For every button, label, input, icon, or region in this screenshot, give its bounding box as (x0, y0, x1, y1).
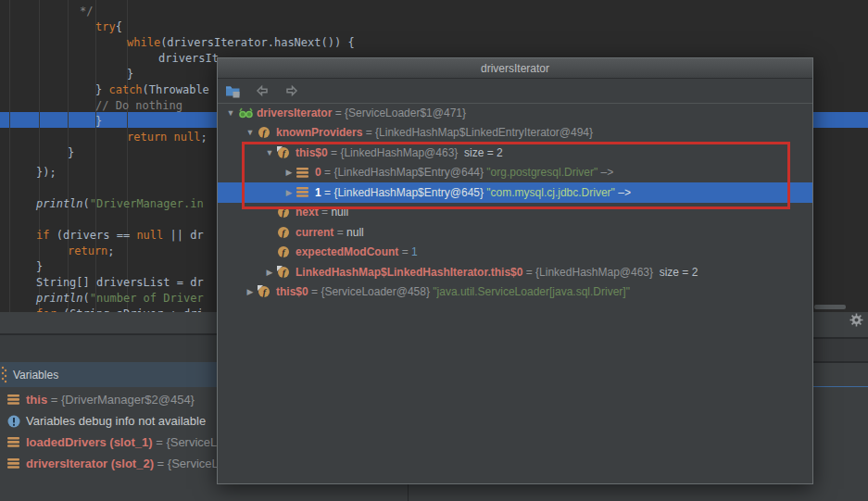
tree-row[interactable]: ▼fknownProviders = {LinkedHashMap$Linked… (218, 123, 812, 144)
indent-guide (95, 0, 96, 312)
code-line: } (95, 114, 102, 130)
code-line: } catch(Throwable (95, 82, 209, 98)
settings-gear-button[interactable] (849, 313, 864, 328)
text-segment: println (36, 292, 83, 305)
text-segment: ( (83, 197, 90, 210)
text-segment: {DriverManager$2@454} (61, 393, 195, 407)
text-segment: println (36, 197, 83, 210)
text-segment: = (47, 393, 61, 407)
text-segment: null (136, 229, 163, 242)
tree-row[interactable]: ▶fLinkedHashMap$LinkedHashIterator.this$… (218, 262, 812, 282)
tree-row[interactable]: ▶fthis$0 = {ServiceLoader@458} "java.uti… (218, 282, 812, 303)
collapse-arrow-icon[interactable]: ▼ (243, 128, 258, 137)
text-segment: = (522, 266, 535, 279)
text-segment: } (127, 68, 133, 81)
indent-spacer (218, 152, 262, 153)
code-line: } (68, 145, 74, 161)
text-segment: size = 2 (653, 266, 698, 279)
drag-grip-icon[interactable] (1, 365, 7, 385)
panel-divider[interactable] (408, 484, 409, 501)
tree-row[interactable]: ▼fthis$0 = {LinkedHashMap@463} size = 2 (218, 143, 812, 163)
indent-guide (9, 0, 10, 312)
text-segment: = (362, 126, 375, 139)
tree-row[interactable]: ▶0 = {LinkedHashMap$Entry@644} "org.post… (218, 163, 812, 183)
text-segment: (Throwable (143, 83, 209, 96)
text-segment: return (68, 244, 107, 257)
text-segment: = (398, 245, 411, 258)
text-segment: = (154, 457, 168, 470)
text-segment: null (346, 226, 364, 239)
debug-panel-strip-right (813, 339, 868, 361)
field-outer-icon: f (277, 146, 296, 159)
tree-row[interactable]: fnext = null (218, 203, 812, 223)
collapse-arrow-icon[interactable]: ▼ (262, 148, 277, 157)
text-segment: this$0 (296, 146, 328, 159)
navigate-back-button[interactable] (255, 81, 273, 100)
text-segment: "number of Driver (90, 292, 204, 305)
navigate-forward-icon (284, 84, 303, 97)
text-segment: –> (598, 166, 613, 179)
text-segment: (driversIterator.hasNext()) { (160, 36, 355, 49)
tree-row[interactable]: fcurrent = null (218, 222, 812, 243)
open-folder-button[interactable] (225, 81, 244, 100)
text-segment: = (321, 186, 334, 199)
field-outer-icon: f (258, 285, 276, 298)
indent-spacer (218, 192, 282, 193)
watch-icon (238, 106, 257, 119)
tree-row[interactable]: ▶1 = {LinkedHashMap$Entry@645} "com.mysq… (218, 182, 812, 203)
expand-arrow-icon[interactable]: ▶ (243, 287, 258, 296)
text-segment: } (95, 115, 102, 128)
variables-list: this = {DriverManager$2@454}Variables de… (0, 389, 217, 474)
info-icon (7, 415, 26, 428)
field-icon: f (258, 126, 276, 139)
tree-row[interactable]: fexpectedModCount = 1 (218, 243, 812, 263)
text-segment: = (333, 226, 346, 239)
navigate-forward-button[interactable] (284, 81, 303, 100)
text-segment: Variables debug info not available (26, 414, 206, 428)
code-line: } (127, 67, 133, 82)
text-segment: (drivers == (49, 229, 136, 242)
text-segment: driversIterator (slot_2) (26, 457, 154, 470)
expand-arrow-icon[interactable]: ▶ (262, 268, 277, 277)
expand-arrow-icon[interactable]: ▶ (282, 168, 296, 177)
text-segment: ; (200, 131, 207, 144)
text-segment: } (36, 260, 43, 273)
indent-spacer (218, 132, 243, 133)
variable-tree: ▼driversIterator = {ServiceLoader$1@471}… (218, 103, 812, 302)
text-segment: return null (127, 131, 200, 144)
code-line: } (36, 259, 43, 275)
variable-row[interactable]: this = {DriverManager$2@454} (0, 389, 217, 410)
text-segment: = (308, 285, 321, 298)
text-segment: = (153, 435, 167, 449)
code-line: String[] driversList = dr (36, 275, 204, 291)
expand-arrow-icon[interactable]: ▶ (282, 188, 296, 197)
indent-spacer (218, 172, 282, 173)
popup-toolbar (218, 79, 812, 104)
variable-row[interactable]: Variables debug info not available (0, 410, 217, 432)
field-outer-icon: f (277, 266, 296, 279)
code-line: */ (80, 4, 93, 19)
popup-title: driversIterator (481, 62, 549, 75)
text-segment: }); (36, 166, 57, 179)
text-segment: null (331, 206, 348, 219)
text-segment: || dr (163, 229, 203, 242)
code-line: return; (68, 244, 115, 259)
indent-spacer (218, 292, 243, 293)
text-segment: = (321, 166, 334, 179)
collapse-arrow-icon[interactable]: ▼ (223, 108, 238, 118)
text-segment: } (95, 83, 108, 96)
variable-row[interactable]: driversIterator (slot_2) = {ServiceLoad (0, 453, 217, 474)
text-segment: {ServiceLoader$1@471} (345, 106, 466, 119)
variable-row[interactable]: loadedDrivers (slot_1) = {ServiceLoad (0, 432, 217, 453)
tree-row[interactable]: ▼driversIterator = {ServiceLoader$1@471} (218, 103, 812, 123)
text-segment: knownProviders (276, 126, 362, 139)
text-segment: = (319, 206, 332, 219)
text-segment: –> (615, 186, 631, 199)
text-segment: {LinkedHashMap$LinkedEntryIterator@494} (375, 126, 593, 139)
horizontal-scrollbar-thumb[interactable] (814, 305, 846, 309)
open-folder-icon (225, 84, 244, 98)
popup-titlebar[interactable]: driversIterator (218, 58, 812, 79)
text-segment: { (116, 20, 122, 33)
gear-icon (849, 314, 863, 330)
text-segment: driversIterator (257, 106, 332, 119)
